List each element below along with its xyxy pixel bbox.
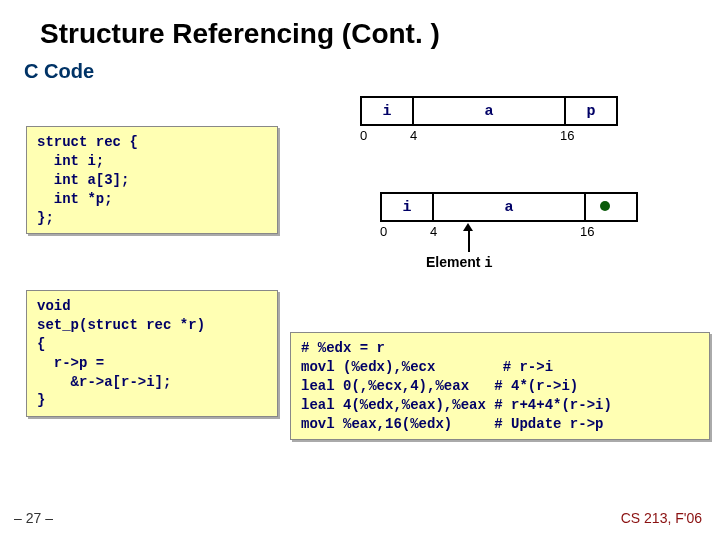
section-subtitle: C Code bbox=[24, 60, 720, 83]
diagram2-field-i: i bbox=[380, 192, 434, 222]
element-label-var: i bbox=[484, 255, 492, 271]
code-struct-def: struct rec { int i; int a[3]; int *p; }; bbox=[26, 126, 278, 234]
struct-diagram-1: i a p 0 4 16 bbox=[360, 96, 618, 143]
page-number: – 27 – bbox=[14, 510, 53, 526]
element-arrow bbox=[468, 230, 470, 252]
diagram1-offset-0: 0 bbox=[360, 128, 410, 143]
code-setp-func: void set_p(struct rec *r) { r->p = &r->a… bbox=[26, 290, 278, 417]
code-assembly: # %edx = r movl (%edx),%ecx # r->i leal … bbox=[290, 332, 710, 440]
pointer-dot-icon bbox=[600, 201, 610, 211]
element-label-text: Element bbox=[426, 254, 480, 270]
diagram2-offset-16: 16 bbox=[580, 224, 630, 239]
diagram1-field-a: a bbox=[414, 96, 566, 126]
diagram2-offset-0: 0 bbox=[380, 224, 430, 239]
diagram1-field-i: i bbox=[360, 96, 414, 126]
diagram1-offset-4: 4 bbox=[410, 128, 560, 143]
diagram1-offset-16: 16 bbox=[560, 128, 610, 143]
page-title: Structure Referencing (Cont. ) bbox=[40, 18, 720, 50]
struct-diagram-2: i a 0 4 16 bbox=[380, 192, 638, 239]
diagram2-field-p bbox=[586, 192, 638, 222]
element-label: Element i bbox=[426, 254, 493, 271]
course-tag: CS 213, F'06 bbox=[621, 510, 702, 526]
diagram1-field-p: p bbox=[566, 96, 618, 126]
diagram2-offset-4: 4 bbox=[430, 224, 580, 239]
diagram2-field-a: a bbox=[434, 192, 586, 222]
element-arrowhead-icon bbox=[463, 223, 473, 231]
